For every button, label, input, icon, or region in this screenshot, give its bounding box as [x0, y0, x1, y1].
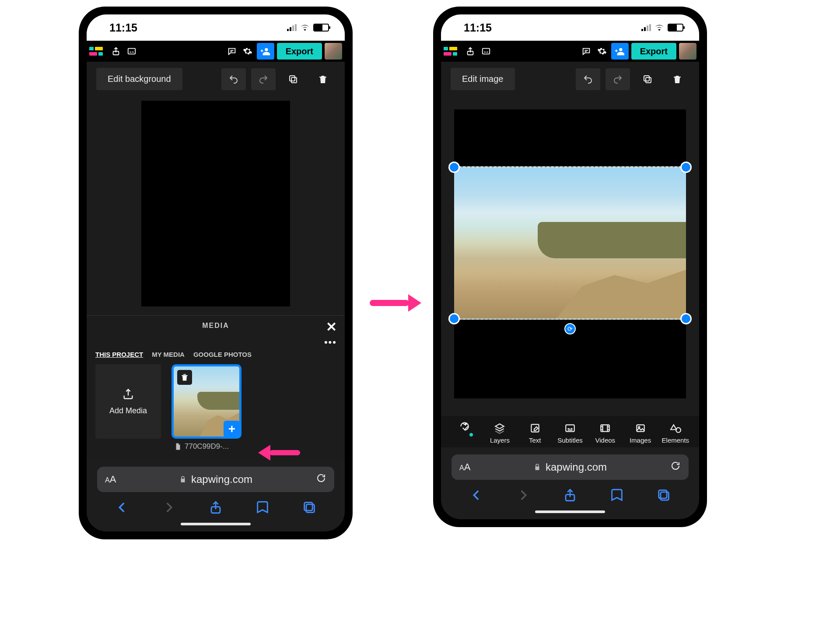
- user-avatar[interactable]: [325, 43, 342, 60]
- comment-icon[interactable]: [225, 45, 238, 58]
- bottom-tabbar: _ Layers Text Subtitles Videos: [441, 416, 699, 447]
- resize-handle-tr[interactable]: [680, 162, 692, 173]
- media-thumb-filename: 770C99D9-...: [172, 442, 242, 451]
- close-icon[interactable]: ✕: [326, 319, 338, 334]
- export-button[interactable]: Export: [631, 43, 676, 60]
- svg-rect-20: [661, 492, 668, 500]
- app-area: Export Edit background MEDIA ✕ •••: [87, 41, 345, 460]
- settings-icon[interactable]: [595, 45, 609, 58]
- back-icon[interactable]: [469, 488, 484, 504]
- svg-rect-9: [483, 49, 490, 54]
- svg-rect-12: [644, 76, 649, 81]
- tabs-icon[interactable]: [656, 488, 671, 504]
- redo-button[interactable]: [606, 68, 630, 90]
- tab-my-media[interactable]: MY MEDIA: [152, 351, 185, 358]
- bookmarks-icon[interactable]: [609, 488, 624, 504]
- add-user-button[interactable]: [257, 43, 274, 60]
- undo-button[interactable]: [221, 68, 246, 90]
- delete-button[interactable]: [665, 68, 690, 90]
- copy-button[interactable]: [635, 68, 660, 90]
- tab-elements[interactable]: Elements: [658, 422, 693, 444]
- text-size-button[interactable]: AA: [459, 461, 470, 473]
- tab-subtitles[interactable]: Subtitles: [553, 422, 588, 444]
- canvas-area[interactable]: ⟳: [441, 96, 699, 416]
- share-icon-safari[interactable]: [563, 488, 578, 504]
- bookmarks-icon[interactable]: [255, 500, 270, 517]
- edit-toolbar: Edit background: [87, 62, 345, 96]
- url-display: kapwing.com: [179, 473, 252, 486]
- svg-point-2: [265, 48, 268, 51]
- back-icon[interactable]: [115, 500, 130, 517]
- tabs-icon[interactable]: [302, 500, 317, 517]
- safari-bar: AA kapwing.com: [441, 447, 699, 519]
- svg-rect-15: [601, 425, 610, 431]
- add-media-label: Add Media: [109, 406, 147, 415]
- add-user-button[interactable]: [611, 43, 629, 60]
- edit-image-button[interactable]: Edit image: [451, 68, 515, 90]
- svg-rect-7: [304, 503, 312, 510]
- app-logo[interactable]: [444, 44, 461, 58]
- caption-icon[interactable]: [480, 45, 493, 58]
- svg-point-18: [676, 428, 681, 433]
- resize-handle-br[interactable]: [680, 313, 692, 324]
- delete-button[interactable]: [311, 68, 335, 90]
- app-area: Export Edit image: [441, 41, 699, 447]
- media-thumb[interactable]: + 770C99D9-...: [172, 364, 242, 451]
- app-logo[interactable]: [89, 44, 107, 58]
- canvas[interactable]: ⟳: [454, 109, 686, 398]
- safari-bar: AAAA kapwing.com: [87, 460, 345, 531]
- arrow-left-callout: [258, 445, 300, 461]
- share-icon[interactable]: [464, 45, 477, 58]
- share-icon[interactable]: [109, 45, 122, 58]
- text-size-button[interactable]: AAAA: [105, 474, 116, 485]
- tab-this-project[interactable]: THIS PROJECT: [95, 351, 143, 358]
- phone-screen: 11:15: [87, 14, 345, 531]
- lock-icon: [533, 463, 541, 471]
- tab-record[interactable]: _: [447, 421, 482, 444]
- status-icons: [641, 23, 683, 32]
- battery-icon: [313, 24, 329, 32]
- svg-rect-3: [291, 77, 297, 83]
- svg-rect-11: [646, 77, 651, 83]
- thumb-add-icon[interactable]: +: [224, 421, 240, 437]
- comment-icon[interactable]: [580, 45, 593, 58]
- tab-text[interactable]: Text: [518, 422, 553, 444]
- settings-icon[interactable]: [241, 45, 254, 58]
- undo-button[interactable]: [576, 68, 600, 90]
- app-topbar: Export: [441, 41, 699, 62]
- rotate-handle[interactable]: ⟳: [564, 323, 576, 334]
- add-media-button[interactable]: Add Media: [95, 364, 161, 439]
- caption-icon[interactable]: [125, 45, 138, 58]
- address-bar[interactable]: AA kapwing.com: [452, 454, 689, 480]
- edit-background-button[interactable]: Edit background: [96, 68, 182, 90]
- phone-left: 11:15: [79, 7, 353, 539]
- url-display: kapwing.com: [533, 461, 607, 473]
- home-indicator[interactable]: [535, 510, 605, 513]
- tab-layers[interactable]: Layers: [482, 422, 517, 444]
- tab-videos[interactable]: Videos: [588, 422, 623, 444]
- tab-images[interactable]: Images: [623, 422, 658, 444]
- redo-button[interactable]: [251, 68, 276, 90]
- media-panel-title: MEDIA: [202, 322, 229, 330]
- address-bar[interactable]: AAAA kapwing.com: [97, 467, 334, 492]
- svg-rect-4: [290, 76, 295, 81]
- export-button[interactable]: Export: [277, 43, 322, 60]
- thumb-delete-icon[interactable]: [177, 370, 192, 385]
- resize-handle-tl[interactable]: [448, 162, 460, 173]
- resize-handle-bl[interactable]: [448, 313, 460, 324]
- media-thumb-image[interactable]: +: [172, 364, 242, 439]
- media-panel: MEDIA ✕ ••• THIS PROJECT MY MEDIA GOOGLE…: [87, 315, 345, 460]
- copy-button[interactable]: [281, 68, 305, 90]
- selected-image[interactable]: ⟳: [454, 166, 686, 320]
- canvas[interactable]: [141, 101, 290, 306]
- tab-google-photos[interactable]: GOOGLE PHOTOS: [193, 351, 252, 358]
- home-indicator[interactable]: [181, 523, 251, 525]
- more-icon[interactable]: •••: [87, 336, 345, 348]
- user-avatar[interactable]: [679, 43, 696, 60]
- status-time: 11:15: [464, 21, 492, 34]
- refresh-icon[interactable]: [316, 473, 326, 486]
- media-tabs: THIS PROJECT MY MEDIA GOOGLE PHOTOS: [87, 348, 345, 364]
- share-icon-safari[interactable]: [208, 500, 223, 517]
- refresh-icon[interactable]: [670, 461, 681, 474]
- canvas-area[interactable]: [87, 96, 345, 315]
